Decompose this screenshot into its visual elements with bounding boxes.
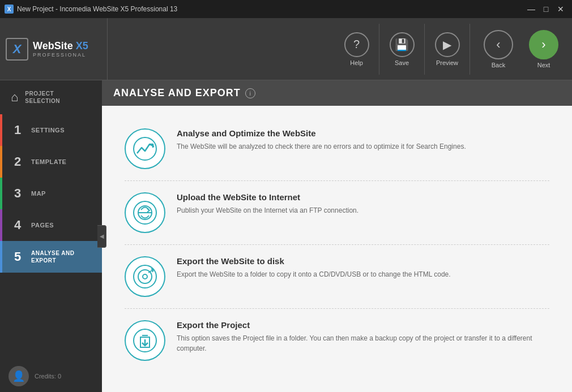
step-3-number: 3: [11, 186, 24, 201]
logo-area: X WebSite X5 PROFESSIONAL: [6, 18, 108, 80]
next-label: Next: [537, 62, 550, 68]
titlebar-left: X New Project - Incomedia WebSite X5 Pro…: [5, 5, 177, 14]
logo-text: WebSite X5 PROFESSIONAL: [33, 40, 88, 58]
preview-button[interactable]: ▶ Preview: [425, 24, 470, 75]
export-disk-svg-icon: [133, 264, 157, 289]
help-label: Help: [350, 59, 363, 66]
logo-box: X: [6, 38, 28, 61]
svg-point-4: [134, 265, 156, 288]
upload-svg-icon: [133, 200, 157, 225]
analyse-desc: The WebSite will be analyzed to check th…: [177, 141, 549, 152]
sidebar-analyse-label: ANALYSE ANDEXPORT: [31, 249, 74, 264]
svg-point-6: [143, 274, 147, 279]
step-4-number: 4: [11, 218, 24, 232]
sidebar-settings-label: SETTINGS: [31, 127, 65, 133]
step-5-number: 5: [11, 249, 24, 264]
export-disk-text: Export the WebSite to disk Export the We…: [177, 256, 549, 279]
upload-desc: Publish your WebSite on the Internet via…: [177, 205, 549, 216]
upload-icon-circle: [125, 192, 165, 233]
credits-label: Credits: 0: [35, 373, 61, 380]
info-icon[interactable]: i: [245, 88, 255, 98]
export-disk-title: Export the WebSite to disk: [177, 256, 549, 266]
export-project-title: Export the Project: [177, 320, 549, 330]
logo-website: Web: [33, 40, 54, 51]
logo-site: Site: [54, 40, 76, 51]
sidebar: ⌂ PROJECTSELECTION 1 SETTINGS 2 TEMPLATE…: [0, 80, 102, 392]
next-button[interactable]: › Next: [521, 24, 566, 75]
close-button[interactable]: ✕: [554, 2, 567, 16]
minimize-button[interactable]: —: [524, 2, 538, 16]
sidebar-collapse-handle[interactable]: ◀: [97, 225, 106, 248]
sidebar-item-settings[interactable]: 1 SETTINGS: [0, 114, 102, 146]
maximize-button[interactable]: □: [539, 2, 553, 16]
save-icon: 💾: [390, 32, 415, 57]
next-icon: ›: [529, 30, 558, 59]
analyse-text: Analyse and Optimize the WebSite The Web…: [177, 128, 549, 152]
save-label: Save: [395, 59, 409, 66]
analyse-svg-icon: [133, 136, 157, 161]
logo-professional: PROFESSIONAL: [33, 52, 88, 58]
preview-icon: ▶: [435, 32, 460, 57]
step-2-number: 2: [11, 154, 24, 169]
titlebar-controls: — □ ✕: [524, 2, 567, 16]
preview-label: Preview: [436, 59, 458, 66]
logo-x5: X5: [76, 40, 88, 51]
sidebar-item-pages[interactable]: 4 PAGES: [0, 209, 102, 241]
svg-point-0: [134, 137, 156, 160]
upload-title: Upload the WebSite to Internet: [177, 192, 549, 202]
toolbar: X WebSite X5 PROFESSIONAL ? Help 💾 Save …: [0, 18, 572, 80]
help-icon: ?: [344, 32, 369, 57]
main-panel: ANALYSE AND EXPORT i Analyse and Optimiz…: [102, 80, 572, 392]
analyse-title: Analyse and Optimize the WebSite: [177, 128, 549, 138]
help-button[interactable]: ? Help: [334, 24, 379, 75]
option-export-project[interactable]: Export the Project This option saves the…: [125, 309, 549, 372]
option-upload[interactable]: Upload the WebSite to Internet Publish y…: [125, 181, 549, 245]
panel-content: Analyse and Optimize the WebSite The Web…: [102, 106, 572, 392]
sidebar-item-home[interactable]: ⌂ PROJECTSELECTION: [0, 80, 102, 114]
logo-x-icon: X: [13, 42, 22, 57]
sidebar-item-map[interactable]: 3 MAP: [0, 178, 102, 209]
sidebar-item-analyse[interactable]: 5 ANALYSE ANDEXPORT: [0, 241, 102, 273]
export-project-svg-icon: [133, 328, 157, 353]
export-project-text: Export the Project This option saves the…: [177, 320, 549, 354]
sidebar-pages-label: PAGES: [31, 222, 54, 229]
save-button[interactable]: 💾 Save: [379, 24, 425, 75]
avatar-icon: 👤: [12, 370, 25, 382]
avatar: 👤: [8, 366, 29, 386]
upload-text: Upload the WebSite to Internet Publish y…: [177, 192, 549, 216]
titlebar-title: New Project - Incomedia WebSite X5 Profe…: [17, 5, 177, 13]
content-area: ⌂ PROJECTSELECTION 1 SETTINGS 2 TEMPLATE…: [0, 80, 572, 392]
export-project-icon-circle: [125, 320, 165, 361]
option-export-disk[interactable]: Export the WebSite to disk Export the We…: [125, 245, 549, 309]
app-container: X WebSite X5 PROFESSIONAL ? Help 💾 Save …: [0, 18, 572, 392]
sidebar-map-label: MAP: [31, 190, 46, 197]
back-icon: ‹: [484, 30, 513, 59]
analyse-icon-circle: [125, 128, 165, 169]
home-icon: ⌂: [11, 90, 18, 105]
sidebar-home-label: PROJECTSELECTION: [25, 90, 60, 105]
panel-title: ANALYSE AND EXPORT: [113, 87, 241, 99]
app-icon: X: [5, 5, 14, 14]
nav-buttons: ‹ Back › Next: [476, 24, 566, 75]
export-disk-icon-circle: [125, 256, 165, 297]
option-analyse[interactable]: Analyse and Optimize the WebSite The Web…: [125, 117, 549, 181]
panel-header: ANALYSE AND EXPORT i: [102, 80, 572, 106]
export-project-desc: This option saves the Project file in a …: [177, 333, 549, 354]
toolbar-actions: ? Help 💾 Save ▶ Preview ‹ Back › Next: [108, 24, 566, 75]
titlebar: X New Project - Incomedia WebSite X5 Pro…: [0, 0, 572, 18]
back-label: Back: [492, 62, 505, 68]
back-button[interactable]: ‹ Back: [476, 24, 521, 75]
sidebar-bottom: 👤 Credits: 0: [0, 360, 102, 392]
sidebar-template-label: TEMPLATE: [31, 158, 66, 165]
export-disk-desc: Export the WebSite to a folder to copy i…: [177, 269, 549, 279]
step-1-number: 1: [11, 123, 24, 137]
sidebar-item-template[interactable]: 2 TEMPLATE: [0, 146, 102, 178]
